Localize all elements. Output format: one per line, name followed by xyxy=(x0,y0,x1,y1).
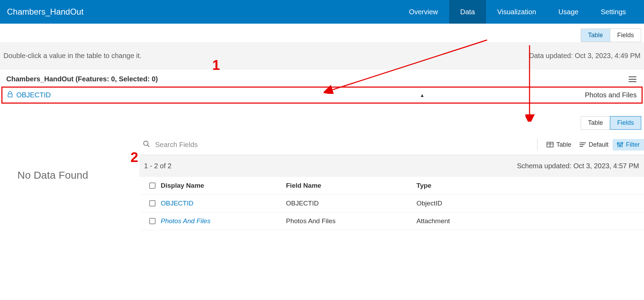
subtab1-table[interactable]: Table xyxy=(581,29,610,42)
table-row[interactable]: Photos And Files Photos And Files Attach… xyxy=(139,212,644,230)
pagination-text: 1 - 2 of 2 xyxy=(144,162,172,170)
annotation-2: 2 xyxy=(130,149,138,165)
field-name-cell: Photos And Files xyxy=(286,217,416,225)
layer-title: Chambers_HandOut (Features: 0, Selected:… xyxy=(6,75,158,83)
table-column-headers: OBJECTID ▲ Photos and Files xyxy=(1,87,643,104)
field-type-cell: Attachment xyxy=(416,217,639,225)
options-menu-icon[interactable] xyxy=(629,76,636,82)
row-checkbox[interactable] xyxy=(149,200,156,206)
app-header: Chambers_HandOut Overview Data Visualiza… xyxy=(0,0,644,24)
subtabs-row-2: Table Fields xyxy=(0,106,644,130)
annotation-1: 1 xyxy=(212,57,220,73)
tab-usage[interactable]: Usage xyxy=(547,0,590,24)
view-table-label: Table xyxy=(556,141,571,148)
column-photos-files[interactable]: Photos and Files xyxy=(585,91,637,99)
col-display-name[interactable]: Display Name xyxy=(161,182,286,189)
divider xyxy=(537,139,538,151)
tab-data[interactable]: Data xyxy=(449,0,486,24)
section-2: No Data Found Table Default xyxy=(0,135,644,230)
search-icon xyxy=(143,140,150,149)
fields-toolbar: Table Default Filter xyxy=(139,135,644,155)
field-name-cell: OBJECTID xyxy=(286,200,416,207)
fields-table-header: Display Name Field Name Type xyxy=(139,177,644,195)
svg-point-14 xyxy=(621,143,623,144)
tab-visualization[interactable]: Visualization xyxy=(486,0,547,24)
table-fields-toggle-1: Table Fields xyxy=(581,29,641,42)
no-data-message: No Data Found xyxy=(17,169,139,181)
view-table-button[interactable]: Table xyxy=(542,139,575,151)
svg-rect-0 xyxy=(8,94,12,97)
schema-updated-text: Schema updated: Oct 3, 2023, 4:57 PM xyxy=(517,162,639,170)
table-row[interactable]: OBJECTID OBJECTID ObjectID xyxy=(139,195,644,212)
svg-line-2 xyxy=(148,145,150,147)
field-display-name-link[interactable]: Photos And Files xyxy=(161,217,286,225)
svg-point-1 xyxy=(144,141,148,146)
filter-button[interactable]: Filter xyxy=(613,139,644,151)
left-pane: No Data Found xyxy=(0,135,139,230)
status-row: 1 - 2 of 2 Schema updated: Oct 3, 2023, … xyxy=(139,155,644,177)
sort-ascending-icon[interactable]: ▲ xyxy=(51,92,425,98)
sliders-icon xyxy=(617,141,623,148)
row-checkbox[interactable] xyxy=(149,218,156,224)
col-field-name[interactable]: Field Name xyxy=(286,182,416,189)
field-type-cell: ObjectID xyxy=(416,200,639,207)
svg-point-10 xyxy=(617,143,619,144)
subtabs-row-1: Table Fields xyxy=(0,24,644,42)
page-title: Chambers_HandOut xyxy=(7,7,84,17)
data-updated-text: Data updated: Oct 3, 2023, 4:49 PM xyxy=(529,52,641,60)
fields-pane: Table Default Filter xyxy=(139,135,644,230)
subtab1-fields[interactable]: Fields xyxy=(610,29,641,42)
field-display-name-link[interactable]: OBJECTID xyxy=(161,200,286,207)
order-default-label: Default xyxy=(589,141,609,148)
col-type[interactable]: Type xyxy=(416,182,639,189)
table-icon xyxy=(547,142,554,147)
search-wrap xyxy=(139,138,532,151)
filter-label: Filter xyxy=(626,141,640,148)
edit-hint-text: Double-click a value in the table to cha… xyxy=(3,52,142,60)
main-tabs: Overview Data Visualization Usage Settin… xyxy=(398,0,637,24)
fields-table: Display Name Field Name Type OBJECTID OB… xyxy=(139,177,644,230)
select-all-checkbox[interactable] xyxy=(149,183,156,189)
tab-settings[interactable]: Settings xyxy=(590,0,637,24)
column-objectid[interactable]: OBJECTID xyxy=(16,91,51,99)
order-default-button[interactable]: Default xyxy=(575,139,613,151)
svg-point-12 xyxy=(619,145,621,146)
layer-row: Chambers_HandOut (Features: 0, Selected:… xyxy=(0,70,644,85)
subtab2-fields[interactable]: Fields xyxy=(610,116,641,130)
subtab2-table[interactable]: Table xyxy=(581,116,610,130)
instruction-band: Double-click a value in the table to cha… xyxy=(0,42,644,70)
lock-icon xyxy=(7,91,13,99)
tab-overview[interactable]: Overview xyxy=(398,0,449,24)
list-icon xyxy=(580,142,586,147)
table-fields-toggle-2: Table Fields xyxy=(581,116,641,130)
search-fields-input[interactable] xyxy=(155,141,529,149)
